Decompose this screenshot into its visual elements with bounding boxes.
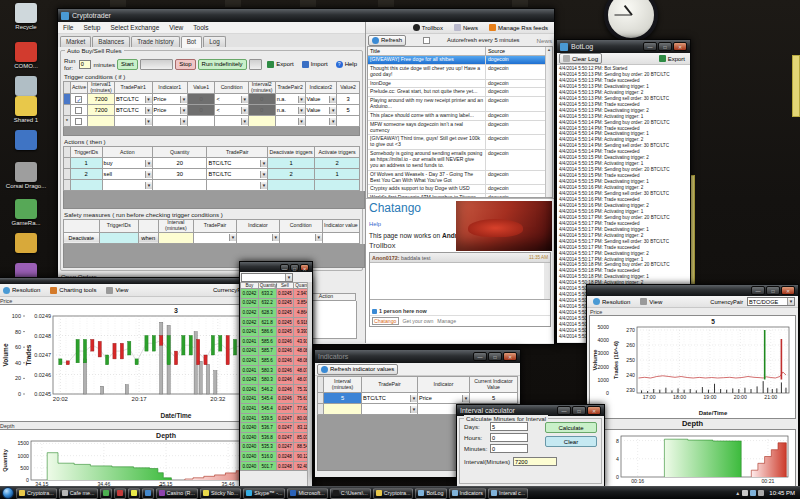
currencypair-select[interactable]: BTC/DOGE▼ bbox=[747, 297, 795, 306]
news-row[interactable]: Somebody is going around sending emails … bbox=[368, 150, 552, 171]
taskbar-button[interactable] bbox=[128, 488, 140, 499]
view-button[interactable]: View bbox=[637, 296, 665, 307]
taskbar-clock[interactable]: 10:45 PM bbox=[766, 490, 798, 496]
orderbook-row[interactable]: 0.0241580.30.024648.07 bbox=[241, 365, 312, 375]
orderbook-row[interactable]: 0.0241546.20.024675.32 bbox=[241, 384, 312, 394]
orderbook-row[interactable]: 0.0241545.40.024675.61 bbox=[241, 394, 312, 404]
stop-button[interactable]: Stop bbox=[175, 59, 195, 70]
taskbar-button[interactable] bbox=[142, 488, 154, 499]
orderbook-row[interactable]: 0.0241585.70.024648.08 bbox=[241, 346, 312, 356]
tab-trade-history[interactable]: Trade history bbox=[131, 36, 180, 47]
title-bar[interactable]: — □ ✕ bbox=[587, 285, 798, 296]
taskbar-button-botlog[interactable]: BotLog bbox=[415, 488, 446, 499]
orderbook-row[interactable]: 0.0243580.30.024648.07 bbox=[241, 375, 312, 385]
pair-select[interactable]: ▼ bbox=[241, 273, 293, 282]
orderbook-row[interactable]: 0.0242633.20.02452.947 bbox=[241, 289, 312, 299]
menu-setup[interactable]: Setup bbox=[78, 24, 105, 31]
news-row[interactable]: Playing around with my new receipt print… bbox=[368, 97, 552, 112]
minimize-button[interactable]: — bbox=[473, 352, 487, 361]
minutes-input[interactable]: 0 bbox=[490, 444, 528, 453]
combo-cell[interactable]: Price▼ bbox=[152, 94, 187, 105]
orderbook-row[interactable]: 0.0242628.30.02454.864 bbox=[241, 308, 312, 318]
orderbook-row[interactable]: 0.0242632.20.02453.854 bbox=[241, 298, 312, 308]
news-row[interactable]: This place should come with a warning la… bbox=[368, 112, 552, 121]
title-bar[interactable]: — □ ✕ bbox=[240, 262, 312, 272]
indicator-row[interactable]: 5BTC/LTC▼Price▼5 bbox=[318, 393, 518, 404]
combo-cell[interactable]: ▼ bbox=[114, 116, 152, 127]
orderbook-row[interactable]: 0.0240501.70.024892.40 bbox=[241, 461, 312, 471]
action-row[interactable]: 1buy▼20BTC/LTC▼12 bbox=[64, 158, 360, 169]
orderbook-row[interactable]: 0.0240516.00.024890.12 bbox=[241, 452, 312, 462]
calculate-button[interactable]: Calculate bbox=[545, 422, 597, 433]
orderbook-scrollbar[interactable] bbox=[307, 282, 312, 489]
clear-log-button[interactable]: Clear Log bbox=[559, 53, 602, 64]
combo-cell[interactable]: n.a.▼ bbox=[275, 94, 305, 105]
refresh-indicators-button[interactable]: Refresh indicator values bbox=[317, 364, 398, 375]
taskbar-button-cafe-me-[interactable]: Cafe me... bbox=[59, 488, 98, 499]
price-chart[interactable]: 23024025026027001000200030004000500017:0… bbox=[589, 315, 796, 419]
news-row[interactable]: Thought this cute doge will cheer you up… bbox=[368, 65, 552, 80]
close-button[interactable]: ✕ bbox=[300, 264, 309, 271]
chatango-footer-brand[interactable]: Chatango bbox=[372, 317, 399, 325]
menu-tools[interactable]: Tools bbox=[188, 24, 213, 31]
news-row[interactable]: Of Wolves and Weasels - Day 37 - Going T… bbox=[368, 171, 552, 186]
maximize-button[interactable]: □ bbox=[658, 42, 672, 51]
news-row[interactable]: [GIVEAWAY] Free doge for all shibesdogec… bbox=[368, 56, 552, 65]
desktop-icon-gamera[interactable]: GameRa... bbox=[3, 199, 49, 226]
manage-link[interactable]: Manage bbox=[437, 318, 456, 324]
combo-cell[interactable]: BTC/LTC▼ bbox=[207, 158, 268, 169]
desktop-icon-recycle-bin[interactable]: Recycle bbox=[3, 3, 49, 30]
start-button[interactable]: Start bbox=[117, 59, 138, 70]
news-scrollbar[interactable]: ▲ bbox=[545, 47, 552, 197]
combo-cell[interactable]: ▼ bbox=[275, 116, 305, 127]
orderbook-row[interactable]: 0.0240536.70.024783.11 bbox=[241, 423, 312, 433]
deactivate-button[interactable]: Deactivate bbox=[64, 232, 100, 243]
maximize-button[interactable]: □ bbox=[290, 264, 299, 271]
combo-cell[interactable]: BTC/LTC▼ bbox=[362, 393, 418, 404]
minimize-button[interactable]: — bbox=[557, 406, 571, 415]
manage-rss-button[interactable]: Manage Rss feeds bbox=[486, 22, 551, 33]
autorefresh-checkbox[interactable] bbox=[423, 37, 430, 44]
minimize-button[interactable]: — bbox=[280, 264, 289, 271]
tab-bot[interactable]: Bot bbox=[181, 36, 202, 48]
taskbar-button-interval-c-[interactable]: Interval c... bbox=[488, 488, 528, 499]
resolution-button[interactable]: Resolution bbox=[0, 285, 43, 296]
taskbar-button-indicators[interactable]: Indicators bbox=[449, 488, 486, 499]
active-checkbox[interactable] bbox=[75, 107, 82, 114]
combo-cell[interactable]: BTC/LTC▼ bbox=[114, 94, 152, 105]
maximize-button[interactable]: □ bbox=[766, 286, 780, 295]
combo-cell[interactable]: Price▼ bbox=[152, 105, 187, 116]
taskbar-button-microsoft-[interactable]: Microsoft... bbox=[287, 488, 327, 499]
desktop-icon-coin[interactable] bbox=[3, 233, 49, 254]
combo-cell[interactable]: Value▼ bbox=[305, 105, 337, 116]
combo-cell[interactable]: <▼ bbox=[215, 94, 248, 105]
combo-cell[interactable]: Price▼ bbox=[418, 393, 470, 404]
combo-cell[interactable]: ▼ bbox=[305, 116, 337, 127]
orderbook-row[interactable]: 0.0241585.60.024648.08 bbox=[241, 356, 312, 366]
desktop-icon-comodo[interactable]: COMO... bbox=[3, 42, 49, 69]
combo-cell[interactable]: ▼ bbox=[237, 232, 280, 243]
combo-cell[interactable]: BTC/LTC▼ bbox=[207, 169, 268, 180]
maximize-button[interactable]: □ bbox=[572, 406, 586, 415]
tab-log[interactable]: Log bbox=[203, 36, 226, 47]
depth-chart[interactable]: 04800:1600:21Quantity (10^3) bbox=[589, 429, 796, 489]
desktop-icon-shared-folder[interactable]: Shared 1 bbox=[3, 96, 49, 123]
price-section-label[interactable]: Price bbox=[587, 308, 798, 315]
title-bar[interactable]: BotLog — □ ✕ bbox=[557, 40, 690, 53]
combo-cell[interactable]: ▼ bbox=[215, 116, 248, 127]
title-bar[interactable]: Cryptotrader bbox=[58, 9, 554, 22]
combo-cell[interactable]: BTC/LTC▼ bbox=[114, 105, 152, 116]
combo-cell[interactable]: ▼ bbox=[152, 116, 187, 127]
tray-expand-icon[interactable]: ▲ bbox=[735, 490, 740, 496]
view-button[interactable]: View bbox=[103, 285, 131, 296]
taskbar-button-sticky-no-[interactable]: Sticky No... bbox=[200, 488, 241, 499]
close-button[interactable]: ✕ bbox=[781, 286, 795, 295]
desktop-icon-app-blue[interactable] bbox=[3, 130, 49, 151]
close-button[interactable]: ✕ bbox=[673, 42, 687, 51]
taskbar-button-cryptotra-[interactable]: Cryptotra... bbox=[373, 488, 414, 499]
days-input[interactable]: 5 bbox=[490, 422, 528, 431]
news-row[interactable]: MFW someone says dogecoin isn't a real c… bbox=[368, 121, 552, 136]
taskbar-button[interactable] bbox=[114, 488, 126, 499]
orderbook-row[interactable]: 0.0241586.60.02459.393 bbox=[241, 327, 312, 337]
tab-balances[interactable]: Balances bbox=[92, 36, 130, 47]
